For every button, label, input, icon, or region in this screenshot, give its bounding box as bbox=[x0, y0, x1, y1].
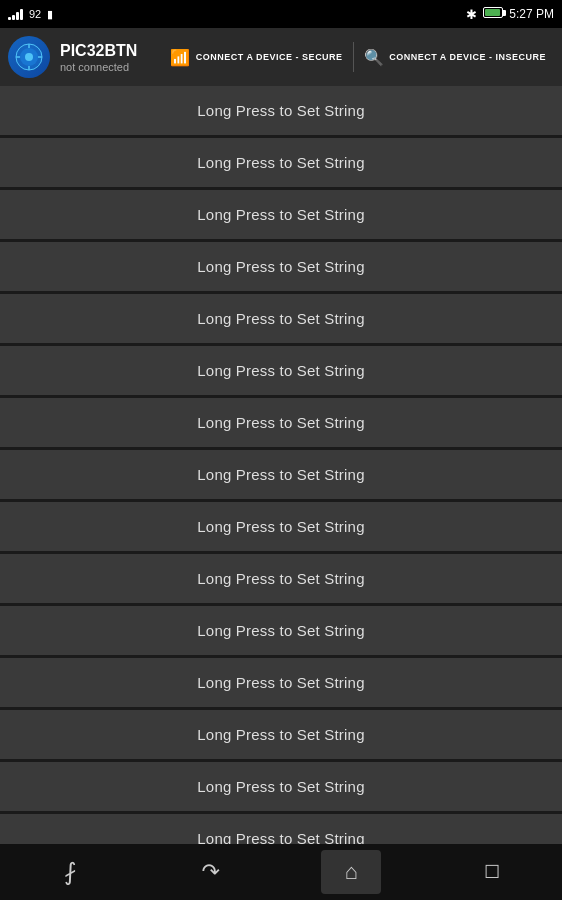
battery-icon bbox=[483, 7, 503, 21]
list-item[interactable]: Long Press to Set String bbox=[0, 554, 562, 604]
list-item[interactable]: Long Press to Set String bbox=[0, 242, 562, 292]
bluetooth-connect-icon: 📶 bbox=[170, 48, 191, 67]
list-item[interactable]: Long Press to Set String bbox=[0, 450, 562, 500]
nav-bar: ⨏ ↶ ⌂ ☐ bbox=[0, 844, 562, 900]
app-bar: PIC32BTN not connected 📶 CONNECT A DEVIC… bbox=[0, 28, 562, 86]
app-title-block: PIC32BTN not connected bbox=[60, 41, 137, 72]
nav-back-button[interactable]: ⨏ bbox=[40, 850, 100, 894]
list-item[interactable]: Long Press to Set String bbox=[0, 710, 562, 760]
search-icon: 🔍 bbox=[364, 48, 385, 67]
back-icon: ⨏ bbox=[64, 858, 77, 886]
connect-secure-button[interactable]: 📶 CONNECT A DEVICE - SECURE bbox=[162, 42, 350, 73]
nav-recent-button[interactable]: ☐ bbox=[462, 850, 522, 894]
status-bar-right: ✱ 5:27 PM bbox=[466, 7, 554, 22]
list-item[interactable]: Long Press to Set String bbox=[0, 190, 562, 240]
list-item[interactable]: Long Press to Set String bbox=[0, 606, 562, 656]
list-container: Long Press to Set StringLong Press to Se… bbox=[0, 86, 562, 844]
back-arrow-icon: ↶ bbox=[202, 859, 220, 885]
list-item[interactable]: Long Press to Set String bbox=[0, 86, 562, 136]
app-subtitle: not connected bbox=[60, 61, 137, 73]
connect-insecure-button[interactable]: 🔍 CONNECT A DEVICE - INSECURE bbox=[356, 42, 554, 73]
recent-apps-icon: ☐ bbox=[484, 861, 500, 883]
list-item[interactable]: Long Press to Set String bbox=[0, 658, 562, 708]
svg-point-2 bbox=[25, 53, 33, 61]
secure-button-label: CONNECT A DEVICE - SECURE bbox=[196, 52, 343, 62]
network-type: 92 bbox=[29, 8, 41, 20]
app-title: PIC32BTN bbox=[60, 41, 137, 60]
status-bar: 92 ▮ ✱ 5:27 PM bbox=[0, 0, 562, 28]
nav-back-arrow-button[interactable]: ↶ bbox=[181, 850, 241, 894]
insecure-button-label: CONNECT A DEVICE - INSECURE bbox=[389, 52, 546, 62]
app-bar-actions: 📶 CONNECT A DEVICE - SECURE 🔍 CONNECT A … bbox=[147, 42, 554, 73]
sim-icon: ▮ bbox=[47, 8, 53, 21]
time-display: 5:27 PM bbox=[509, 7, 554, 21]
list-item[interactable]: Long Press to Set String bbox=[0, 762, 562, 812]
bluetooth-icon: ✱ bbox=[466, 7, 477, 22]
action-divider bbox=[353, 42, 354, 72]
app-icon bbox=[8, 36, 50, 78]
list-item[interactable]: Long Press to Set String bbox=[0, 814, 562, 844]
signal-strength bbox=[8, 8, 23, 20]
list-item[interactable]: Long Press to Set String bbox=[0, 294, 562, 344]
status-bar-left: 92 ▮ bbox=[8, 8, 53, 21]
list-item[interactable]: Long Press to Set String bbox=[0, 398, 562, 448]
list-item[interactable]: Long Press to Set String bbox=[0, 502, 562, 552]
nav-home-button[interactable]: ⌂ bbox=[321, 850, 381, 894]
list-item[interactable]: Long Press to Set String bbox=[0, 346, 562, 396]
list-item[interactable]: Long Press to Set String bbox=[0, 138, 562, 188]
home-icon: ⌂ bbox=[345, 859, 358, 885]
